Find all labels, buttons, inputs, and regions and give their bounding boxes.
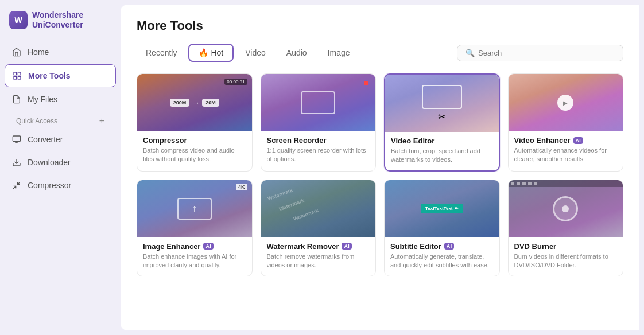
tab-hot[interactable]: 🔥 Hot	[188, 44, 234, 62]
quick-access-add-button[interactable]: +	[99, 116, 104, 126]
search-icon: 🔍	[465, 49, 475, 57]
tool-name-screen-recorder: Screen Recorder	[267, 136, 370, 145]
dvd-disc-inner	[562, 205, 569, 212]
file-icon	[11, 94, 22, 104]
tool-info-subtitle-editor: Subtitle Editor AI Automatically generat…	[385, 237, 499, 276]
search-box[interactable]: 🔍	[457, 45, 623, 61]
tool-name-video-editor: Video Editor	[391, 137, 493, 145]
dvd-disc	[553, 196, 578, 221]
ai-badge-watermark: AI	[342, 243, 352, 250]
compress-size-before: 200M	[170, 99, 190, 107]
tool-info-video-editor: Video Editor Batch trim, crop, speed and…	[385, 132, 499, 170]
tool-thumb-video-enhancer: ▶	[509, 74, 623, 131]
tool-card-image-enhancer[interactable]: 4K ↑ Image Enhancer AI Batch enhance ima…	[137, 180, 253, 276]
tool-desc-watermark-remover: Batch remove watermarks from videos or i…	[267, 252, 370, 270]
tool-name-image-enhancer: Image Enhancer AI	[143, 242, 246, 251]
main-content: More Tools Recently 🔥 Hot Video Audio Im…	[121, 5, 639, 330]
search-input[interactable]	[478, 49, 615, 57]
tool-card-video-editor[interactable]: ✂ Video Editor Batch trim, crop, speed a…	[384, 73, 500, 172]
sidebar-item-compressor[interactable]: Compressor	[5, 174, 116, 196]
page-title: More Tools	[137, 18, 623, 33]
tool-name-compressor: Compressor	[143, 136, 246, 145]
logo-text: Wondershare UniConverter	[32, 10, 83, 30]
tool-info-image-enhancer: Image Enhancer AI Batch enhance images w…	[137, 237, 252, 276]
tool-name-watermark-remover: Watermark Remover AI	[267, 242, 370, 251]
compress-arrow: 200M → 20M	[170, 98, 219, 107]
subtitle-text: TextTextText	[425, 206, 453, 211]
tool-info-screen-recorder: Screen Recorder 1:1 quality screen recor…	[261, 131, 376, 170]
tab-hot-label: Hot	[211, 48, 223, 57]
sidebar-item-more-tools-label: More Tools	[28, 71, 71, 80]
record-dot	[364, 81, 368, 85]
tab-image[interactable]: Image	[319, 45, 359, 61]
svg-rect-2	[14, 76, 17, 79]
compress-size-after: 20M	[202, 99, 219, 107]
tool-info-video-enhancer: Video Enhancer AI Automatically enhance …	[509, 131, 623, 170]
sidebar-item-compressor-label: Compressor	[28, 181, 71, 190]
tool-thumb-image-enhancer: 4K ↑	[137, 180, 252, 237]
converter-icon	[11, 134, 22, 145]
tool-desc-video-enhancer: Automatically enhance videos for clearer…	[514, 146, 618, 164]
record-frame	[301, 91, 335, 114]
tool-info-dvd-burner: DVD Burner Burn videos in different form…	[509, 237, 623, 276]
download-icon	[11, 157, 22, 168]
app-logo: W Wondershare UniConverter	[0, 6, 121, 39]
tool-info-watermark-remover: Watermark Remover AI Batch remove waterm…	[261, 237, 376, 276]
sidebar-item-downloader[interactable]: Downloader	[5, 151, 116, 173]
tool-card-video-enhancer[interactable]: ▶ Video Enhancer AI Automatically enhanc…	[508, 73, 624, 172]
arrow-right-icon: →	[192, 98, 200, 107]
play-button: ▶	[557, 95, 573, 111]
tool-desc-screen-recorder: 1:1 quality screen recorder with lots of…	[267, 146, 370, 164]
tool-card-subtitle-editor[interactable]: TextTextText ✏ Subtitle Editor AI Automa…	[384, 180, 500, 276]
four-k-badge: 4K	[236, 184, 247, 190]
tool-name-dvd-burner: DVD Burner	[514, 242, 618, 251]
watermark-text-3: Watermark	[292, 207, 319, 221]
subtitle-preview: TextTextText ✏	[421, 204, 463, 213]
quick-access-header: Quick Access +	[5, 111, 116, 128]
tool-card-screen-recorder[interactable]: Screen Recorder 1:1 quality screen recor…	[261, 73, 377, 172]
tool-desc-compressor: Batch compress video and audio files wit…	[143, 146, 246, 164]
grid-icon	[12, 71, 22, 81]
tool-card-dvd-burner[interactable]: DVD Burner Burn videos in different form…	[508, 180, 624, 276]
tab-video[interactable]: Video	[236, 45, 275, 61]
sidebar-item-home[interactable]: Home	[5, 41, 116, 63]
tool-thumb-subtitle-editor: TextTextText ✏	[385, 180, 499, 237]
ai-badge-image-enhancer: AI	[203, 243, 214, 250]
tab-audio[interactable]: Audio	[277, 45, 316, 61]
svg-rect-1	[18, 72, 21, 75]
up-arrow-icon: ↑	[192, 202, 197, 215]
sidebar-item-my-files[interactable]: My Files	[5, 88, 116, 110]
tabs-bar: Recently 🔥 Hot Video Audio Image	[137, 44, 359, 62]
tool-desc-image-enhancer: Batch enhance images with AI for improve…	[143, 252, 246, 270]
tool-thumb-video-editor: ✂	[385, 75, 499, 132]
quick-access-label: Quick Access	[16, 117, 57, 125]
tab-recently[interactable]: Recently	[137, 45, 186, 61]
tool-card-compressor[interactable]: 00:00:51 200M → 20M Compressor Batch com…	[137, 73, 253, 172]
home-icon	[11, 47, 22, 57]
sidebar-item-my-files-label: My Files	[28, 95, 57, 104]
video-edit-frame	[422, 85, 462, 109]
watermark-text-2: Watermark	[278, 197, 305, 212]
sidebar-item-converter[interactable]: Converter	[5, 128, 116, 150]
film-strip	[509, 180, 623, 187]
sidebar-item-home-label: Home	[28, 48, 49, 57]
tool-name-video-enhancer: Video Enhancer AI	[514, 136, 618, 145]
svg-rect-4	[13, 136, 20, 141]
logo-icon: W	[9, 11, 28, 29]
compress-icon	[11, 180, 22, 190]
tools-grid: 00:00:51 200M → 20M Compressor Batch com…	[137, 73, 623, 276]
tool-desc-dvd-burner: Burn videos in different formats to DVD/…	[514, 252, 618, 270]
tool-thumb-watermark-remover: Watermark Watermark Watermark	[261, 180, 376, 237]
tool-name-subtitle-editor: Subtitle Editor AI	[390, 242, 494, 251]
edit-icon: ✏	[455, 206, 459, 211]
tool-desc-subtitle-editor: Automatically generate, translate, and q…	[390, 252, 494, 270]
tabs-row: Recently 🔥 Hot Video Audio Image 🔍	[137, 44, 623, 62]
svg-rect-3	[18, 76, 21, 79]
ai-badge-subtitle: AI	[444, 243, 455, 250]
sidebar-item-downloader-label: Downloader	[28, 158, 71, 167]
sidebar-item-more-tools[interactable]: More Tools	[5, 64, 116, 87]
tool-card-watermark-remover[interactable]: Watermark Watermark Watermark Watermark …	[261, 180, 377, 276]
tool-thumb-compressor: 00:00:51 200M → 20M	[137, 74, 252, 131]
sidebar-item-converter-label: Converter	[28, 135, 63, 144]
hot-icon: 🔥	[199, 48, 208, 57]
